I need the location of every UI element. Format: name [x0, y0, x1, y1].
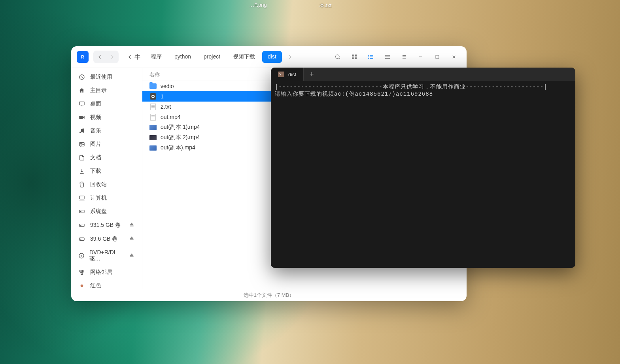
- sidebar: 最近使用主目录桌面视频音乐图片文档下载回收站计算机系统盘931.5 GB 卷39…: [71, 68, 142, 289]
- terminal-body[interactable]: |----------------------------本程序只供学习，不能用…: [271, 81, 575, 268]
- terminal-new-tab[interactable]: +: [304, 68, 319, 81]
- svg-rect-48: [80, 270, 81, 272]
- breadcrumb-root[interactable]: 牛: [123, 53, 144, 61]
- svg-point-31: [81, 143, 82, 144]
- svg-point-41: [81, 239, 81, 239]
- doc-icon: [78, 155, 85, 161]
- eject-icon[interactable]: [129, 221, 135, 229]
- sidebar-item[interactable]: 931.5 GB 卷: [71, 218, 142, 232]
- video-icon: [78, 114, 85, 121]
- file-icon: [149, 124, 157, 131]
- svg-rect-47: [130, 256, 133, 257]
- terminal-window: >_ dist + |----------------------------本…: [271, 68, 575, 268]
- svg-point-45: [81, 255, 82, 256]
- file-name: 1: [161, 93, 164, 100]
- trash-icon: [78, 181, 85, 188]
- sidebar-item[interactable]: 视频: [71, 111, 142, 124]
- breadcrumb: 牛 程序pythonproject视频下载dist: [123, 51, 282, 63]
- svg-point-9: [369, 55, 369, 55]
- disc-icon: [78, 253, 85, 259]
- sidebar-item-label: 系统盘: [90, 208, 107, 215]
- svg-point-37: [81, 225, 81, 225]
- image-icon: [78, 141, 85, 147]
- dot-icon: [78, 283, 85, 289]
- network-icon: [78, 269, 85, 275]
- svg-rect-34: [79, 210, 84, 213]
- app-logo[interactable]: R: [77, 51, 89, 63]
- sidebar-item[interactable]: 主目录: [71, 84, 142, 97]
- sidebar-item[interactable]: 最近使用: [71, 70, 142, 84]
- breadcrumb-item[interactable]: 程序: [145, 51, 167, 63]
- sidebar-item[interactable]: 系统盘: [71, 205, 142, 218]
- sidebar-item[interactable]: 图片: [71, 138, 142, 151]
- desktop-file-png[interactable]: …F.png: [249, 2, 267, 8]
- col-name[interactable]: 名称: [149, 71, 160, 78]
- terminal-tab-title: dist: [288, 72, 296, 77]
- sidebar-item[interactable]: 回收站: [71, 178, 142, 191]
- svg-point-11: [369, 58, 369, 58]
- breadcrumb-item[interactable]: project: [198, 51, 226, 63]
- sidebar-item[interactable]: 计算机: [71, 191, 142, 205]
- svg-point-10: [369, 57, 369, 57]
- breadcrumb-forward[interactable]: [284, 54, 296, 60]
- svg-rect-40: [79, 238, 84, 240]
- file-icon: [149, 134, 157, 141]
- sidebar-item-label: 931.5 GB 卷: [90, 222, 121, 229]
- view-grid-button[interactable]: [347, 51, 361, 63]
- sidebar-item-label: 回收站: [90, 181, 107, 188]
- file-icon: [149, 83, 157, 90]
- clock-icon: [78, 74, 85, 80]
- close-button[interactable]: [447, 51, 461, 63]
- terminal-tab[interactable]: >_ dist: [271, 68, 304, 81]
- sidebar-item[interactable]: 网络邻居: [71, 266, 142, 279]
- file-name: vedio: [161, 83, 174, 89]
- breadcrumb-item[interactable]: python: [169, 51, 197, 63]
- minimize-button[interactable]: [414, 51, 428, 63]
- sidebar-item-label: 音乐: [90, 127, 101, 134]
- svg-rect-39: [130, 226, 133, 226]
- svg-rect-36: [79, 224, 84, 226]
- view-list-button[interactable]: [364, 51, 378, 63]
- svg-rect-26: [79, 116, 83, 119]
- file-name: 2.txt: [161, 104, 171, 110]
- svg-rect-32: [79, 196, 84, 199]
- sidebar-item-label: 主目录: [90, 87, 107, 94]
- sidebar-item-label: 39.6 GB 卷: [90, 236, 117, 243]
- maximize-button[interactable]: [430, 51, 444, 63]
- sidebar-item[interactable]: 文档: [71, 151, 142, 164]
- computer-icon: [78, 195, 85, 201]
- sidebar-item[interactable]: DVD+R/DL 驱…: [71, 246, 142, 266]
- svg-rect-3: [355, 55, 357, 57]
- file-name: out.mp4: [161, 114, 181, 120]
- search-button[interactable]: [331, 51, 345, 63]
- svg-rect-19: [436, 55, 439, 58]
- eject-icon[interactable]: [129, 252, 135, 260]
- menu-button[interactable]: [397, 51, 411, 63]
- view-detail-button[interactable]: [380, 51, 395, 63]
- sidebar-item[interactable]: 桌面: [71, 97, 142, 111]
- svg-rect-49: [82, 270, 84, 272]
- svg-marker-27: [83, 116, 85, 119]
- sidebar-item-label: 红色: [90, 282, 101, 289]
- nav-forward-button[interactable]: [106, 51, 119, 63]
- terminal-icon: >_: [278, 72, 284, 77]
- desktop-file-txt[interactable]: 本.txt: [319, 2, 331, 9]
- eject-icon[interactable]: [129, 235, 135, 243]
- file-icon: [149, 93, 157, 100]
- sidebar-item[interactable]: 39.6 GB 卷: [71, 232, 142, 246]
- svg-rect-5: [355, 57, 357, 59]
- svg-marker-38: [130, 223, 133, 225]
- svg-point-28: [79, 132, 81, 133]
- sidebar-item-label: 图片: [90, 141, 101, 148]
- breadcrumb-item[interactable]: 视频下载: [227, 51, 261, 63]
- breadcrumb-item[interactable]: dist: [262, 51, 282, 63]
- sidebar-item[interactable]: 红色: [71, 279, 142, 289]
- toolbar: R 牛 程序pythonproject视频下载dist: [71, 46, 467, 68]
- svg-point-29: [83, 131, 84, 133]
- sidebar-item[interactable]: 下载: [71, 164, 142, 178]
- nav-back-button[interactable]: [93, 51, 106, 63]
- sidebar-item[interactable]: 音乐: [71, 124, 142, 138]
- file-name: out(副本).mp4: [161, 144, 195, 151]
- file-icon: [149, 103, 157, 110]
- sidebar-item-label: 下载: [90, 168, 101, 175]
